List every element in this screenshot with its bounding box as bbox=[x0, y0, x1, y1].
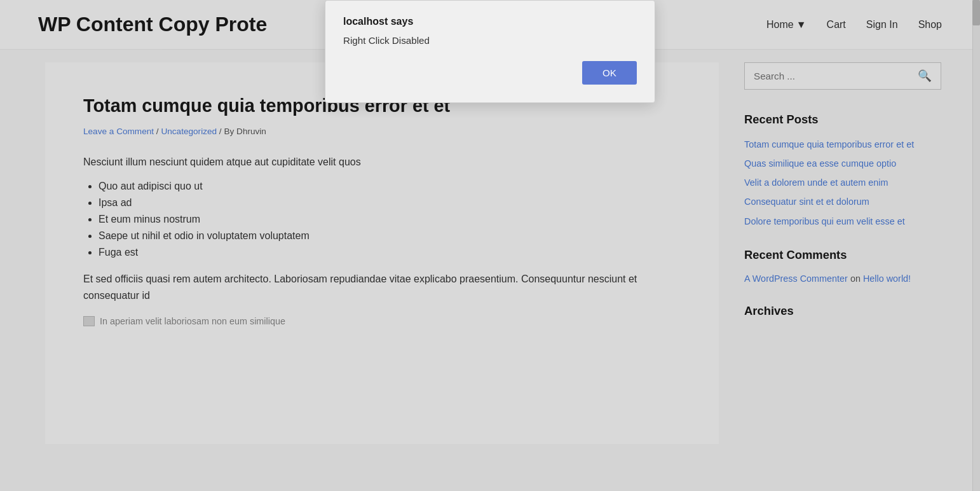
dialog-ok-button[interactable]: OK bbox=[582, 61, 637, 85]
dialog-overlay: localhost says Right Click Disabled OK bbox=[0, 0, 980, 482]
dialog-actions: OK bbox=[343, 61, 637, 85]
dialog-box: localhost says Right Click Disabled OK bbox=[325, 0, 655, 103]
dialog-title: localhost says bbox=[343, 16, 637, 27]
dialog-message: Right Click Disabled bbox=[343, 35, 637, 46]
